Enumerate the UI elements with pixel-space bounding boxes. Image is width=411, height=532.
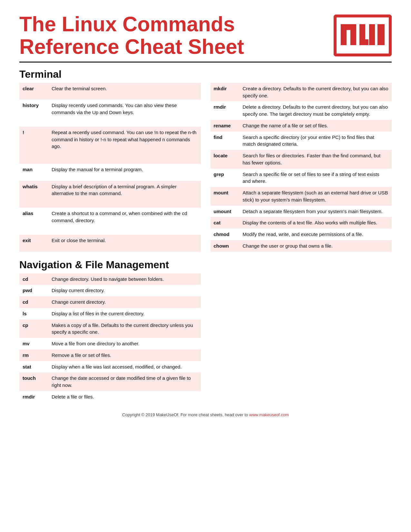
command-desc: Display recently used commands. You can …	[48, 100, 201, 127]
command-name: find	[210, 132, 240, 150]
command-desc: Move a file from one directory to anothe…	[48, 338, 201, 350]
command-name: locate	[210, 150, 240, 169]
command-name: man	[19, 164, 48, 181]
svg-rect-6	[369, 24, 375, 45]
terminal-content: clearClear the terminal screen.historyDi…	[19, 83, 392, 252]
table-row: pwdDisplay current directory.	[19, 285, 201, 296]
terminal-left-table: clearClear the terminal screen.historyDi…	[19, 83, 201, 252]
command-name: ls	[19, 308, 48, 320]
command-desc: Search a specific file or set of files t…	[240, 169, 392, 187]
command-name: cd	[19, 273, 48, 285]
command-desc: Delete a directory. Defaults to the curr…	[240, 101, 392, 120]
footer-link[interactable]: www.makeuseof.com	[249, 412, 289, 417]
terminal-section-title: Terminal	[19, 68, 392, 80]
command-desc: Makes a copy of a file. Defaults to the …	[48, 320, 201, 338]
table-row: mkdirCreate a directory. Defaults to the…	[210, 83, 392, 102]
command-name: rmdir	[210, 101, 240, 120]
table-row: historyDisplay recently used commands. Y…	[19, 100, 201, 127]
table-row: cdChange current directory.	[19, 296, 201, 308]
svg-rect-3	[350, 24, 356, 45]
table-row: rmdirDelete a directory. Defaults to the…	[210, 101, 392, 120]
command-desc: Change the name of a file or set of file…	[240, 120, 392, 132]
command-name: mkdir	[210, 83, 240, 102]
table-row: lsDisplay a list of files in the current…	[19, 308, 201, 320]
command-desc: Modify the read, write, and execute perm…	[240, 229, 392, 240]
command-desc: Remove a file or set of files.	[48, 350, 201, 361]
table-row: chmodModify the read, write, and execute…	[210, 229, 392, 240]
command-name: cd	[19, 296, 48, 308]
command-desc: Clear the terminal screen.	[48, 83, 201, 100]
svg-rect-10	[379, 24, 385, 45]
header: The Linux Commands Reference Cheat Sheet	[19, 13, 392, 58]
table-row: exitExit or close the terminal.	[19, 235, 201, 251]
header-divider	[19, 62, 392, 63]
table-row: mvMove a file from one directory to anot…	[19, 338, 201, 350]
command-name: touch	[19, 372, 48, 391]
command-name: umount	[210, 206, 240, 217]
table-row: statDisplay when a file was last accesse…	[19, 361, 201, 373]
table-row: umountDetach a separate filesystem from …	[210, 206, 392, 217]
command-name: alias	[19, 208, 48, 235]
command-name: grep	[210, 169, 240, 187]
command-desc: Exit or close the terminal.	[48, 235, 201, 251]
command-desc: Display when a file was last accessed, m…	[48, 361, 201, 373]
command-desc: Attach a separate filesystem (such as an…	[240, 187, 392, 206]
command-name: clear	[19, 83, 48, 100]
command-desc: Display the contents of a text file. Als…	[240, 217, 392, 229]
terminal-right-table: mkdirCreate a directory. Defaults to the…	[210, 83, 392, 252]
command-name: chown	[210, 240, 240, 252]
command-desc: Search a specific directory (or your ent…	[240, 132, 392, 150]
command-name: cat	[210, 217, 240, 229]
table-row: catDisplay the contents of a text file. …	[210, 217, 392, 229]
table-row: chownChange the user or group that owns …	[210, 240, 392, 252]
command-name: chmod	[210, 229, 240, 240]
command-desc: Create a shortcut to a command or, when …	[48, 208, 201, 235]
command-desc: Change current directory.	[48, 296, 201, 308]
table-row: renameChange the name of a file or set o…	[210, 120, 392, 132]
table-row: rmdirDelete a file or files.	[19, 391, 201, 403]
command-name: exit	[19, 235, 48, 251]
command-desc: Display a brief description of a termina…	[48, 181, 201, 208]
command-name: whatis	[19, 181, 48, 208]
table-row: whatisDisplay a brief description of a t…	[19, 181, 201, 208]
logo	[334, 15, 392, 56]
footer: Copyright © 2019 MakeUseOf. For more che…	[19, 412, 392, 417]
command-desc: Delete a file or files.	[48, 391, 201, 403]
command-desc: Create a directory. Defaults to the curr…	[240, 83, 392, 102]
command-desc: Search for files or directories. Faster …	[240, 150, 392, 169]
table-row: rmRemove a file or set of files.	[19, 350, 201, 361]
nav-content: cdChange directory. Used to navigate bet…	[19, 273, 392, 403]
command-desc: Change directory. Used to navigate betwe…	[48, 273, 201, 285]
table-row: cpMakes a copy of a file. Defaults to th…	[19, 320, 201, 338]
nav-right-empty	[210, 273, 392, 403]
command-name: mount	[210, 187, 240, 206]
command-name: !	[19, 127, 48, 164]
command-name: rm	[19, 350, 48, 361]
command-desc: Detach a separate filesystem from your s…	[240, 206, 392, 217]
command-name: stat	[19, 361, 48, 373]
page-title: The Linux Commands Reference Cheat Sheet	[19, 13, 245, 58]
table-row: grepSearch a specific file or set of fil…	[210, 169, 392, 187]
command-desc: Display current directory.	[48, 285, 201, 296]
table-row: aliasCreate a shortcut to a command or, …	[19, 208, 201, 235]
command-desc: Repeat a recently used command. You can …	[48, 127, 201, 164]
command-desc: Change the user or group that owns a fil…	[240, 240, 392, 252]
table-row: manDisplay the manual for a terminal pro…	[19, 164, 201, 181]
table-row: !Repeat a recently used command. You can…	[19, 127, 201, 164]
command-desc: Change the date accessed or date modifie…	[48, 372, 201, 391]
table-row: mountAttach a separate filesystem (such …	[210, 187, 392, 206]
nav-left-table: cdChange directory. Used to navigate bet…	[19, 273, 201, 403]
table-row: locateSearch for files or directories. F…	[210, 150, 392, 169]
command-name: mv	[19, 338, 48, 350]
command-desc: Display the manual for a terminal progra…	[48, 164, 201, 181]
terminal-section: Terminal clearClear the terminal screen.…	[19, 68, 392, 252]
footer-text: Copyright © 2019 MakeUseOf. For more che…	[122, 412, 249, 417]
nav-section: Navigation & File Management cdChange di…	[19, 259, 392, 403]
table-row: touchChange the date accessed or date mo…	[19, 372, 201, 391]
svg-rect-5	[359, 39, 368, 45]
command-name: rename	[210, 120, 240, 132]
table-row: findSearch a specific directory (or your…	[210, 132, 392, 150]
table-row: clearClear the terminal screen.	[19, 83, 201, 100]
command-name: history	[19, 100, 48, 127]
command-name: pwd	[19, 285, 48, 296]
